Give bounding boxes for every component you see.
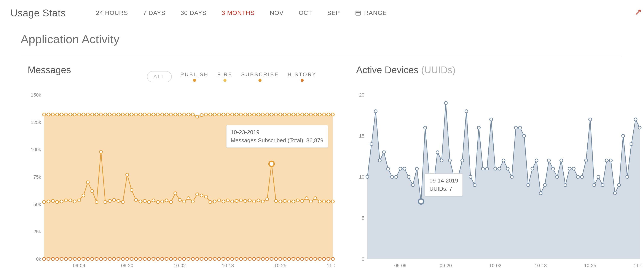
svg-text:5: 5 (362, 215, 364, 221)
svg-point-129 (240, 113, 242, 116)
svg-text:15: 15 (359, 133, 364, 139)
svg-point-62 (240, 199, 242, 202)
legend-all[interactable]: ALL (147, 71, 172, 82)
svg-point-153 (51, 258, 54, 261)
svg-text:0: 0 (362, 256, 364, 262)
legend-subscribe-label: SUBSCRIBE (241, 71, 279, 77)
svg-point-26 (82, 194, 85, 197)
svg-point-236 (391, 175, 394, 178)
svg-point-188 (204, 258, 208, 261)
svg-point-163 (95, 258, 98, 261)
svg-point-232 (374, 110, 377, 113)
svg-text:75k: 75k (34, 174, 41, 180)
svg-point-22 (64, 199, 68, 202)
svg-point-271 (535, 159, 538, 162)
svg-point-99 (108, 113, 111, 116)
svg-point-47 (174, 192, 177, 195)
svg-point-56 (213, 200, 216, 203)
svg-point-58 (222, 200, 225, 203)
messages-plot[interactable]: 0k25k50k75k100k125k150k09-0909-2010-0210… (24, 90, 335, 271)
svg-point-172 (134, 258, 138, 261)
tab-3m[interactable]: 3 MONTHS (222, 9, 255, 16)
svg-point-75 (296, 199, 299, 202)
page-title: Usage Stats (10, 7, 66, 19)
svg-point-60 (230, 200, 234, 203)
share-icon[interactable] (633, 9, 642, 18)
topbar: Usage Stats 24 HOURS 7 DAYS 30 DAYS 3 MO… (0, 0, 644, 26)
svg-point-107 (143, 113, 146, 116)
svg-point-79 (314, 197, 317, 200)
legend-subscribe[interactable]: SUBSCRIBE (241, 71, 279, 82)
svg-point-126 (226, 113, 229, 116)
svg-point-102 (121, 113, 124, 116)
tab-sep[interactable]: SEP (327, 9, 340, 16)
svg-point-59 (226, 199, 229, 202)
svg-point-55 (209, 201, 212, 204)
tab-range[interactable]: RANGE (355, 9, 387, 16)
svg-point-130 (244, 113, 247, 116)
svg-point-20 (56, 201, 59, 204)
svg-point-76 (300, 199, 304, 202)
svg-point-104 (130, 113, 133, 116)
svg-point-240 (407, 175, 410, 178)
svg-point-124 (218, 113, 221, 116)
svg-point-34 (117, 199, 120, 202)
svg-point-73 (288, 200, 291, 203)
svg-point-190 (213, 258, 216, 261)
svg-point-263 (502, 159, 505, 162)
tab-7d[interactable]: 7 DAYS (143, 9, 166, 16)
svg-text:150k: 150k (31, 92, 41, 98)
svg-point-100 (112, 113, 116, 116)
svg-point-279 (568, 167, 571, 170)
svg-point-166 (108, 258, 111, 261)
svg-point-98 (104, 113, 107, 116)
svg-point-113 (170, 113, 172, 116)
svg-point-137 (274, 113, 278, 116)
svg-point-51 (191, 200, 194, 203)
svg-point-90 (69, 113, 72, 116)
tab-24h[interactable]: 24 HOURS (96, 9, 128, 16)
svg-point-35 (121, 201, 124, 204)
svg-point-95 (91, 113, 94, 116)
tab-oct[interactable]: OCT (299, 9, 312, 16)
tab-nov[interactable]: NOV (270, 9, 284, 16)
legend-publish[interactable]: PUBLISH (180, 71, 209, 82)
svg-text:10-02: 10-02 (174, 263, 186, 268)
svg-point-21 (60, 200, 63, 203)
svg-point-204 (274, 258, 278, 261)
svg-text:09-20: 09-20 (121, 263, 133, 268)
svg-point-67 (261, 200, 264, 203)
svg-point-36 (126, 173, 129, 176)
svg-point-110 (156, 113, 159, 116)
svg-text:10: 10 (359, 174, 364, 180)
svg-point-250 (448, 159, 452, 162)
section-heading: Application Activity (21, 32, 622, 56)
svg-point-144 (305, 113, 308, 116)
svg-point-155 (60, 258, 63, 261)
legend-fire-dot (224, 79, 226, 82)
svg-rect-0 (356, 11, 360, 15)
svg-point-17 (42, 201, 46, 204)
svg-point-192 (222, 258, 225, 261)
svg-point-125 (222, 113, 225, 116)
svg-point-146 (314, 113, 317, 116)
legend-fire[interactable]: FIRE (217, 71, 232, 82)
devices-plot[interactable]: 0510152009-0909-2010-0210-1310-2511-06 (352, 90, 642, 271)
messages-tooltip-label: Messages Subscribed (Total): 86,879 (231, 136, 324, 145)
svg-point-257 (477, 126, 480, 129)
svg-point-31 (104, 201, 107, 204)
legend-history[interactable]: HISTORY (288, 71, 316, 82)
tab-30d[interactable]: 30 DAYS (181, 9, 206, 16)
svg-point-37 (130, 189, 133, 192)
svg-point-41 (148, 201, 151, 204)
svg-point-145 (310, 113, 312, 116)
svg-point-196 (240, 258, 242, 261)
svg-text:09-20: 09-20 (440, 263, 452, 268)
svg-point-77 (305, 197, 308, 200)
svg-point-255 (469, 175, 472, 178)
svg-point-64 (248, 199, 251, 202)
svg-point-23 (69, 199, 72, 202)
svg-point-201 (261, 258, 264, 261)
svg-point-70 (274, 199, 278, 202)
svg-point-261 (494, 167, 497, 170)
